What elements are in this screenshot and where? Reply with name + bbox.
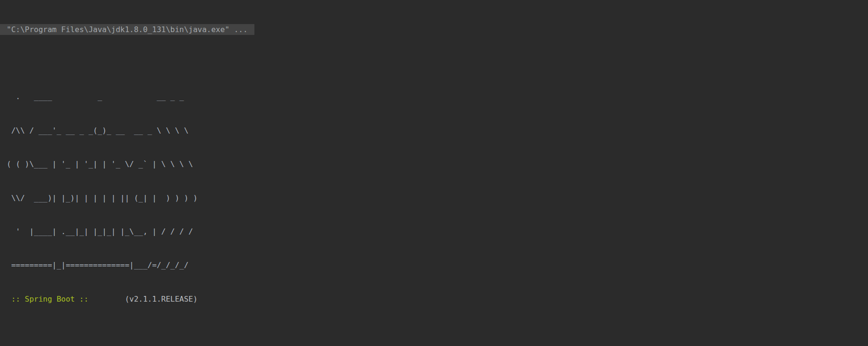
spring-boot-version: (v2.1.1.RELEASE) xyxy=(125,295,197,304)
spring-boot-version-line: :: Spring Boot ::(v2.1.1.RELEASE) xyxy=(7,294,868,305)
spring-boot-label: :: Spring Boot :: xyxy=(7,295,88,304)
banner-art-line: /\\ / ___'_ __ _ _(_)_ __ __ _ \ \ \ \ xyxy=(7,125,868,136)
banner-art-line: ( ( )\___ | '_ | '_| | '_ \/ _` | \ \ \ … xyxy=(7,159,868,170)
banner-art-line: . ____ _ __ _ _ xyxy=(7,91,868,102)
spacer xyxy=(7,327,868,338)
java-command-line[interactable]: "C:\Program Files\Java\jdk1.8.0_131\bin\… xyxy=(0,24,254,35)
banner-art-line: =========|_|==============|___/=/_/_/_/ xyxy=(7,260,868,271)
spacer xyxy=(7,58,868,69)
console-output: "C:\Program Files\Java\jdk1.8.0_131\bin\… xyxy=(0,0,868,346)
banner-art-line: \\/ ___)| |_)| | | | | || (_| | ) ) ) ) xyxy=(7,193,868,204)
banner-art-line: ' |____| .__|_| |_|_| |_\__, | / / / / xyxy=(7,226,868,237)
command-line-row: "C:\Program Files\Java\jdk1.8.0_131\bin\… xyxy=(7,24,868,35)
